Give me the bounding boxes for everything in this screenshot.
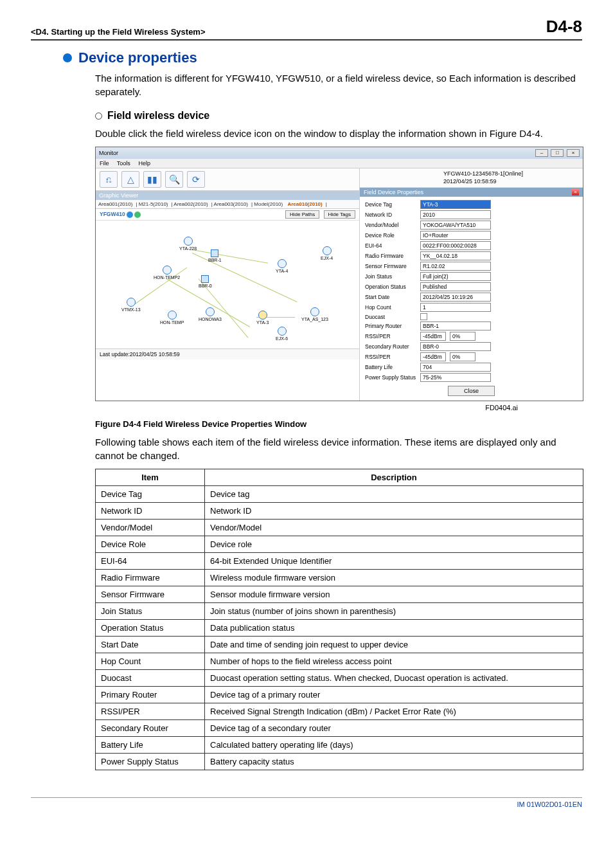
node-bbr1[interactable]: BBR-1	[208, 249, 222, 262]
node-ytaas123[interactable]: YTA_AS_123	[301, 307, 328, 321]
menubar: File Tools Help	[96, 159, 583, 168]
lbl-device-tag: Device Tag	[365, 201, 416, 208]
page-header: <D4. Starting up the Field Wireless Syst…	[31, 17, 582, 41]
table-row: DuocastDuocast operation setting status.…	[96, 670, 583, 687]
val-join-status: Full join(2)	[420, 272, 491, 281]
status-dot-green-icon	[134, 212, 141, 218]
val-radio-fw: YK__04.02.18	[420, 251, 491, 260]
tool-triangle-icon[interactable]: △	[121, 171, 139, 188]
th-item: Item	[96, 469, 205, 486]
tab-area010[interactable]: Area010(2010)	[287, 201, 322, 207]
circle-icon	[95, 113, 102, 120]
lbl-duocast: Duocast	[365, 314, 416, 320]
table-intro: Following table shows each item of the f…	[95, 435, 582, 462]
node-yta3[interactable]: YTA-3	[256, 311, 269, 325]
lbl-power-supply: Power Supply Status	[365, 374, 416, 381]
section-title-text: Device properties	[78, 50, 197, 66]
table-row: Device RoleDevice role	[96, 536, 583, 553]
node-honowa3[interactable]: HONOWA3	[199, 307, 222, 321]
cell-item: Start Date	[96, 637, 205, 653]
node-vtmx13[interactable]: VTMX-13	[121, 298, 141, 312]
tab-area002[interactable]: Area002(2010)	[173, 201, 208, 207]
lbl-eui64: EUI-64	[365, 242, 416, 249]
tab-m21[interactable]: M21-5(2010)	[139, 201, 168, 207]
tab-model[interactable]: Model(2010)	[254, 201, 283, 207]
table-row: Power Supply StatusBattery capacity stat…	[96, 754, 583, 770]
cell-item: Primary Router	[96, 687, 205, 703]
subsection-title: Field wireless device	[95, 110, 582, 122]
cell-description: Date and time of sending join request to…	[205, 637, 583, 653]
node-ejx4[interactable]: EJX-4	[321, 246, 333, 260]
menu-tools[interactable]: Tools	[117, 160, 130, 167]
val-per2: 0%	[450, 352, 475, 361]
val-battery-life: 704	[420, 363, 491, 372]
cell-item: Sensor Firmware	[96, 586, 205, 603]
status-timestamp: 2012/04/25 10:58:59	[443, 178, 576, 186]
table-row: Start DateDate and time of sending join …	[96, 637, 583, 653]
cell-description: Vendor/Model	[205, 520, 583, 536]
cell-description: 64-bit Extended Unique Identifier	[205, 553, 583, 570]
tool-bars-icon[interactable]: ▮▮	[143, 171, 161, 188]
val-start-date: 2012/04/25 10:19:26	[420, 293, 491, 302]
cell-item: Duocast	[96, 670, 205, 687]
menu-file[interactable]: File	[100, 160, 109, 167]
section-title: Device properties	[63, 50, 582, 66]
toolbar: ⎌ △ ▮▮ 🔍 ⟳	[96, 168, 359, 191]
lbl-start-date: Start Date	[365, 294, 416, 300]
node-hontemp[interactable]: HON-TEMP	[160, 311, 184, 325]
cell-item: Join Status	[96, 603, 205, 620]
graphic-viewer-header: Graphic Viewer	[96, 191, 359, 200]
app-screenshot: Monitor – □ × File Tools Help ⎌ △ ▮▮	[95, 147, 583, 401]
lbl-radio-fw: Radio Firmware	[365, 253, 416, 259]
properties-titlebar: Field Device Properties ×	[360, 188, 583, 197]
subsection-title-text: Field wireless device	[107, 110, 209, 122]
hide-tags-button[interactable]: Hide Tags	[324, 210, 355, 219]
cell-description: Duocast operation setting status. When c…	[205, 670, 583, 687]
yfgw-label: YFGW410	[100, 211, 125, 217]
cell-item: Battery Life	[96, 737, 205, 754]
properties-close-icon[interactable]: ×	[572, 189, 579, 195]
close-button[interactable]: ×	[567, 149, 580, 157]
tab-area003[interactable]: Area003(2010)	[214, 201, 248, 207]
cell-description: Calculated battery operating life (days)	[205, 737, 583, 754]
table-row: Join StatusJoin status (number of joins …	[96, 603, 583, 620]
val-device-role: IO+Router	[420, 231, 491, 240]
chapter-title: <D4. Starting up the Field Wireless Syst…	[31, 27, 206, 37]
lbl-rssi-per-1: RSSI/PER	[365, 333, 416, 339]
hide-paths-button[interactable]: Hide Paths	[285, 210, 319, 219]
properties-title: Field Device Properties	[364, 189, 423, 195]
lbl-sensor-fw: Sensor Firmware	[365, 263, 416, 269]
table-row: Sensor FirmwareSensor module firmware ve…	[96, 586, 583, 603]
lbl-network-id: Network ID	[365, 212, 416, 218]
node-yta228[interactable]: YTA-228	[179, 237, 197, 251]
val-eui64: 0022:FF00:0002:0028	[420, 241, 491, 250]
cell-item: EUI-64	[96, 553, 205, 570]
tool-search-icon[interactable]: 🔍	[165, 171, 183, 188]
lbl-secondary-router: Secondary Router	[365, 343, 416, 350]
minimize-button[interactable]: –	[535, 149, 548, 157]
table-row: Network IDNetwork ID	[96, 503, 583, 520]
page-number: D4-8	[546, 17, 582, 37]
node-bbr0[interactable]: BBR-0	[199, 275, 212, 288]
maximize-button[interactable]: □	[551, 149, 564, 157]
subsection-intro: Double click the field wireless device i…	[95, 127, 582, 140]
node-ejx6[interactable]: EJX-6	[276, 327, 288, 341]
table-row: Radio FirmwareWireless module firmware v…	[96, 570, 583, 586]
val-op-status: Published	[420, 282, 491, 291]
cell-description: Join status (number of joins shown in pa…	[205, 603, 583, 620]
cell-item: Hop Count	[96, 653, 205, 670]
cell-description: Device tag of a secondary router	[205, 720, 583, 737]
menu-help[interactable]: Help	[138, 160, 150, 167]
val-primary-router: BBR-1	[420, 321, 491, 330]
tool-topology-icon[interactable]: ⎌	[100, 171, 118, 188]
lbl-device-role: Device Role	[365, 232, 416, 239]
tab-area001[interactable]: Area001(2010)	[98, 201, 132, 207]
status-dot-blue-icon	[127, 212, 133, 218]
topology-view[interactable]: YTA-228 BBR-1 EJX-4 HON-TEMP2 YTA-4 BBR-…	[96, 220, 359, 348]
node-hontemp2[interactable]: HON-TEMP2	[154, 266, 180, 280]
close-button[interactable]: Close	[448, 386, 495, 396]
area-tabs: Area001(2010)| M21-5(2010)| Area002(2010…	[96, 200, 359, 209]
cell-description: Number of hops to the field wireless acc…	[205, 653, 583, 670]
tool-refresh-icon[interactable]: ⟳	[187, 171, 205, 188]
node-yta4[interactable]: YTA-4	[276, 259, 288, 273]
